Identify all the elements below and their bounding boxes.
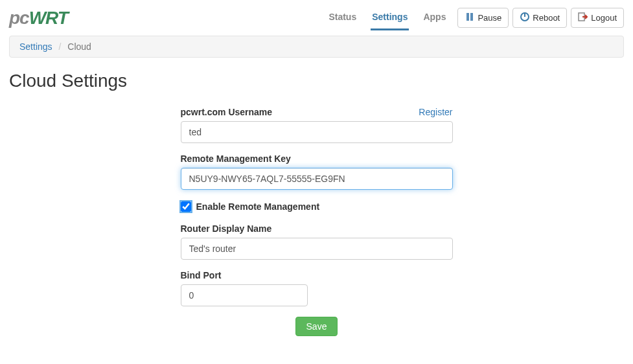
power-icon: [520, 12, 530, 24]
nav-buttons: Pause Reboot Logout: [457, 8, 624, 28]
username-label: pcwrt.com Username: [181, 107, 273, 117]
breadcrumb-current: Cloud: [67, 41, 91, 52]
pause-label: Pause: [478, 13, 501, 23]
register-link[interactable]: Register: [419, 107, 452, 117]
logo-part1: pc: [9, 8, 29, 28]
logout-icon: [578, 12, 588, 24]
remote-key-input[interactable]: [181, 168, 453, 190]
enable-remote-checkbox[interactable]: [181, 201, 191, 212]
cloud-settings-form: pcwrt.com Username Register Remote Manag…: [181, 107, 453, 336]
username-input[interactable]: [181, 121, 453, 143]
svg-rect-0: [466, 13, 469, 21]
reboot-button[interactable]: Reboot: [512, 8, 567, 28]
enable-remote-label[interactable]: Enable Remote Management: [196, 201, 320, 212]
display-name-input[interactable]: [181, 238, 453, 260]
breadcrumb-separator: /: [54, 41, 65, 52]
bind-port-label: Bind Port: [181, 270, 222, 280]
nav-settings[interactable]: Settings: [371, 5, 409, 30]
reboot-label: Reboot: [533, 13, 560, 23]
display-name-label: Router Display Name: [181, 223, 272, 234]
save-button[interactable]: Save: [295, 317, 338, 336]
nav-links: Status Settings Apps: [327, 5, 447, 30]
remote-key-label: Remote Management Key: [181, 154, 291, 164]
breadcrumb: Settings / Cloud: [9, 36, 624, 58]
nav-apps[interactable]: Apps: [422, 5, 447, 30]
logo[interactable]: pcWRT: [9, 8, 68, 28]
navbar: pcWRT Status Settings Apps Pause Reboot …: [0, 0, 633, 36]
logout-label: Logout: [591, 13, 617, 23]
logout-button[interactable]: Logout: [571, 8, 624, 28]
page-title: Cloud Settings: [9, 71, 624, 91]
nav-status[interactable]: Status: [327, 5, 358, 30]
pause-icon: [465, 12, 475, 24]
pause-button[interactable]: Pause: [457, 8, 509, 28]
breadcrumb-parent[interactable]: Settings: [19, 41, 52, 52]
logo-part2: WRT: [29, 8, 68, 28]
svg-rect-1: [470, 13, 473, 21]
bind-port-input[interactable]: [181, 284, 308, 306]
